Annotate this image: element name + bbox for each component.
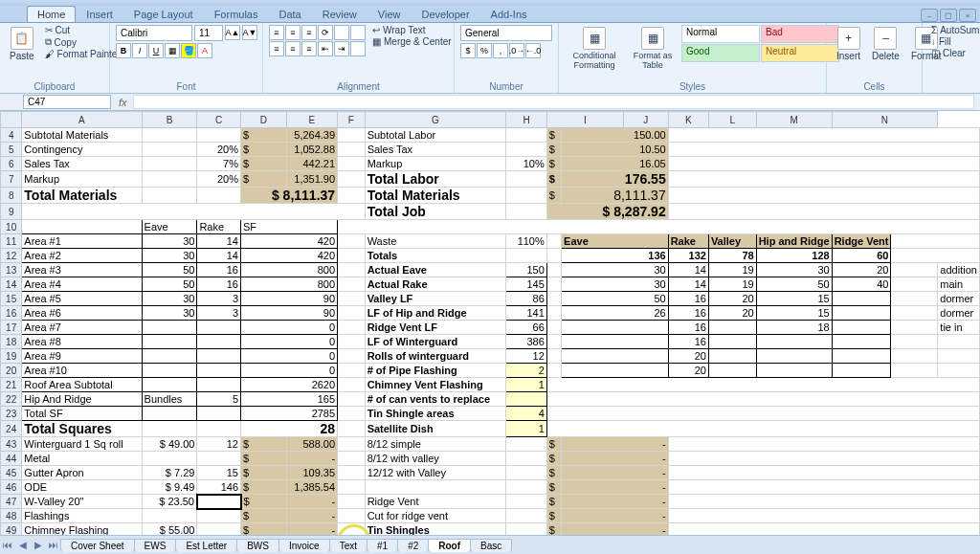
sigma-icon: Σ bbox=[931, 25, 937, 35]
align-mid-button[interactable]: ≡ bbox=[285, 25, 301, 40]
dec-decimal-button[interactable]: ←.0 bbox=[525, 43, 541, 58]
currency-button[interactable]: $ bbox=[460, 43, 476, 58]
align-left-button[interactable]: ≡ bbox=[269, 41, 284, 56]
cond-format-icon: ▦ bbox=[583, 27, 606, 50]
italic-button[interactable]: I bbox=[132, 43, 147, 58]
fill-icon: ↓ bbox=[931, 36, 936, 47]
group-font: Font bbox=[116, 81, 256, 93]
sheet-tab-#2[interactable]: #2 bbox=[397, 539, 429, 552]
brush-icon: 🖌 bbox=[45, 49, 55, 59]
ribbon: 📋Paste ✂Cut ⧉Copy 🖌Format Painter Clipbo… bbox=[0, 23, 980, 94]
delete-cells-button[interactable]: –Delete bbox=[868, 25, 903, 63]
fill-color-button[interactable]: 🪣 bbox=[181, 43, 196, 58]
tab-formulas[interactable]: Formulas bbox=[204, 6, 269, 22]
format-as-table-button[interactable]: ▦Format as Table bbox=[628, 25, 678, 72]
wrap-text-button[interactable]: ↩Wrap Text bbox=[369, 25, 455, 35]
close-icon[interactable]: × bbox=[959, 9, 976, 22]
group-alignment: Alignment bbox=[269, 81, 448, 93]
copy-icon: ⧉ bbox=[45, 36, 52, 48]
autosum-button[interactable]: ΣAutoSum bbox=[928, 25, 980, 35]
inc-decimal-button[interactable]: .0→ bbox=[509, 43, 524, 58]
style-good[interactable]: Good bbox=[681, 44, 760, 62]
insert-icon: + bbox=[837, 27, 860, 50]
restore-icon[interactable]: ▢ bbox=[940, 9, 957, 22]
minimize-icon[interactable]: – bbox=[921, 9, 938, 22]
font-size-select[interactable]: 11 bbox=[194, 25, 223, 41]
tab-developer[interactable]: Developer bbox=[411, 6, 479, 22]
style-normal[interactable]: Normal bbox=[681, 25, 760, 43]
sheet-tab-cover-sheet[interactable]: Cover Sheet bbox=[60, 539, 135, 552]
number-format-select[interactable]: General bbox=[460, 25, 552, 41]
paste-icon: 📋 bbox=[11, 27, 33, 50]
wrap-icon: ↩ bbox=[372, 25, 380, 35]
percent-button[interactable]: % bbox=[477, 43, 492, 58]
group-clipboard: Clipboard bbox=[6, 81, 103, 93]
sheet-tab-#1[interactable]: #1 bbox=[367, 539, 398, 552]
tab-page-layout[interactable]: Page Layout bbox=[123, 6, 204, 22]
align-center-button[interactable]: ≡ bbox=[285, 41, 301, 56]
dec-indent-button[interactable]: ⇤ bbox=[318, 41, 333, 56]
tab-review[interactable]: Review bbox=[312, 6, 368, 22]
shrink-font-button[interactable]: A▼ bbox=[242, 25, 257, 40]
grow-font-button[interactable]: A▲ bbox=[225, 25, 240, 40]
group-styles: Styles bbox=[565, 81, 820, 93]
ribbon-tabs: Home Insert Page Layout Formulas Data Re… bbox=[0, 6, 980, 23]
sheet-tab-bws[interactable]: BWS bbox=[236, 539, 279, 552]
tab-nav-last[interactable]: ⏭ bbox=[46, 540, 61, 550]
insert-cells-button[interactable]: +Insert bbox=[833, 25, 864, 63]
delete-icon: – bbox=[874, 27, 897, 50]
tab-nav-prev[interactable]: ◀ bbox=[15, 540, 31, 550]
sheet-tab-bar: ⏮ ◀ ▶ ⏭ Cover SheetEWSEst LetterBWSInvoi… bbox=[0, 535, 980, 554]
font-color-button[interactable]: A bbox=[197, 43, 212, 58]
name-box[interactable]: C47 bbox=[23, 95, 111, 109]
paste-button[interactable]: 📋Paste bbox=[6, 25, 38, 63]
col-header[interactable]: A bbox=[22, 112, 142, 128]
group-editing: Editing bbox=[928, 81, 980, 93]
cell-styles-gallery[interactable]: Normal Bad Good Neutral bbox=[681, 25, 839, 62]
underline-button[interactable]: U bbox=[148, 43, 164, 58]
scissors-icon: ✂ bbox=[45, 25, 53, 35]
sheet-tab-est-letter[interactable]: Est Letter bbox=[175, 539, 237, 552]
bold-button[interactable]: B bbox=[116, 43, 131, 58]
table-icon: ▦ bbox=[641, 27, 664, 50]
fill-button[interactable]: ↓Fill bbox=[928, 36, 980, 47]
sheet-tab-invoice[interactable]: Invoice bbox=[278, 539, 330, 552]
orientation-button[interactable]: ⟳ bbox=[318, 25, 333, 40]
merge-icon: ▦ bbox=[372, 36, 381, 47]
sheet-tab-ews[interactable]: EWS bbox=[134, 539, 177, 552]
merge-center-button[interactable]: ▦Merge & Center bbox=[369, 36, 455, 47]
inc-indent-button[interactable]: ⇥ bbox=[334, 41, 349, 56]
formula-bar[interactable] bbox=[133, 95, 974, 109]
tab-nav-first[interactable]: ⏮ bbox=[0, 540, 15, 550]
conditional-formatting-button[interactable]: ▦Conditional Formatting bbox=[565, 25, 624, 72]
group-cells: Cells bbox=[833, 81, 916, 93]
sheet-tab-text[interactable]: Text bbox=[329, 539, 368, 552]
select-all-corner[interactable] bbox=[1, 112, 22, 128]
tab-data[interactable]: Data bbox=[268, 6, 311, 22]
tab-addins[interactable]: Add-Ins bbox=[480, 6, 538, 22]
tab-insert[interactable]: Insert bbox=[76, 6, 123, 22]
tab-home[interactable]: Home bbox=[27, 6, 76, 22]
clear-button[interactable]: ◫Clear bbox=[928, 48, 980, 58]
sheet-tab-basc[interactable]: Basc bbox=[470, 539, 512, 552]
align-top-button[interactable]: ≡ bbox=[269, 25, 284, 40]
tab-view[interactable]: View bbox=[368, 6, 412, 22]
fx-icon[interactable]: fx bbox=[113, 97, 133, 108]
font-name-select[interactable]: Calibri bbox=[116, 25, 192, 41]
align-bot-button[interactable]: ≡ bbox=[301, 25, 317, 40]
eraser-icon: ◫ bbox=[931, 48, 940, 58]
border-button[interactable]: ▦ bbox=[165, 43, 180, 58]
group-number: Number bbox=[460, 81, 552, 93]
align-right-button[interactable]: ≡ bbox=[301, 41, 317, 56]
comma-button[interactable]: , bbox=[493, 43, 508, 58]
sheet-tab-roof[interactable]: Roof bbox=[428, 539, 471, 552]
tab-nav-next[interactable]: ▶ bbox=[31, 540, 46, 550]
worksheet[interactable]: ABCDEFGHIJKLMN 4Subtotal Materials$5,264… bbox=[0, 111, 980, 535]
